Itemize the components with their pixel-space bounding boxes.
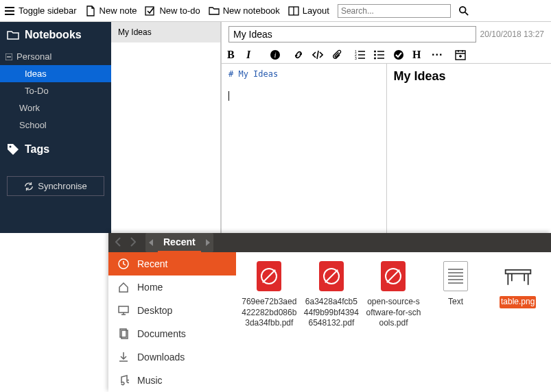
- svg-rect-19: [505, 270, 530, 274]
- sidebar-item-recent[interactable]: Recent: [108, 252, 236, 275]
- checkbox-icon: [145, 5, 156, 16]
- new-note-button[interactable]: New note: [85, 5, 137, 16]
- code-button[interactable]: [312, 49, 323, 60]
- search-input[interactable]: [338, 4, 451, 18]
- svg-point-12: [374, 58, 376, 60]
- file-item[interactable]: open-source-software-for-schools.pdf: [364, 259, 423, 330]
- clock-icon: [118, 258, 129, 269]
- svg-rect-16: [119, 306, 128, 313]
- file-item[interactable]: table.png: [489, 259, 547, 308]
- collapse-icon: [5, 53, 12, 60]
- top-toolbar: Toggle sidebar New note New to-do New no…: [0, 0, 551, 22]
- file-item[interactable]: 6a3428a4fcb544f9b99bf43946548132.pdf: [303, 259, 361, 330]
- preview-pane: My Ideas: [387, 64, 552, 233]
- markdown-editor[interactable]: # My Ideas: [222, 64, 387, 233]
- heading-button[interactable]: H: [412, 49, 423, 60]
- svg-point-13: [394, 50, 403, 60]
- tags-header: Tags: [0, 136, 111, 162]
- attach-button[interactable]: [331, 49, 342, 60]
- breadcrumb-next[interactable]: [201, 239, 213, 246]
- sidebar-item-desktop[interactable]: Desktop: [108, 299, 236, 322]
- bullet-list-button[interactable]: [374, 49, 385, 60]
- sidebar-notebook-work[interactable]: Work: [0, 99, 111, 117]
- nav-forward-button[interactable]: [129, 237, 136, 249]
- note-title-input[interactable]: [228, 26, 476, 42]
- sidebar-notebook-personal[interactable]: Personal: [0, 48, 111, 65]
- layout-label: Layout: [303, 5, 329, 16]
- breadcrumb-bar: Recent: [145, 233, 213, 252]
- editor-toolbar: B I i 123 H ···: [222, 47, 551, 64]
- sidebar-notebook-label: Personal: [16, 51, 51, 62]
- preview-heading: My Ideas: [394, 69, 545, 84]
- layout-button[interactable]: Layout: [288, 5, 329, 16]
- table-image-icon: [503, 260, 533, 293]
- note-list-item[interactable]: My Ideas: [111, 22, 220, 42]
- svg-point-11: [374, 54, 376, 56]
- hamburger-icon: [4, 5, 15, 16]
- music-icon: [118, 375, 129, 386]
- folder-icon: [209, 5, 220, 16]
- sidebar-item-todo[interactable]: To-Do: [0, 82, 111, 99]
- sidebar-item-downloads[interactable]: Downloads: [108, 345, 236, 369]
- sync-button[interactable]: Synchronise: [7, 176, 104, 196]
- picker-sidebar: Recent Home Desktop Documents Downloads …: [108, 252, 236, 392]
- breadcrumb-prev[interactable]: [145, 239, 158, 246]
- sidebar-notebook-school[interactable]: School: [0, 117, 111, 134]
- new-todo-label: New to-do: [159, 5, 200, 16]
- bold-button[interactable]: B: [227, 49, 238, 60]
- file-item[interactable]: Text: [427, 259, 485, 308]
- new-note-label: New note: [99, 5, 137, 16]
- folder-icon: [7, 29, 19, 41]
- breadcrumb-current[interactable]: Recent: [158, 233, 201, 252]
- desktop-icon: [118, 305, 129, 316]
- sidebar-item-documents[interactable]: Documents: [108, 322, 236, 345]
- notebooks-header: Notebooks: [0, 22, 111, 48]
- tag-icon: [7, 143, 19, 156]
- text-cursor: [228, 91, 229, 101]
- svg-point-2: [460, 6, 466, 12]
- picker-header: Recent: [108, 233, 551, 252]
- sidebar-item-ideas[interactable]: Ideas: [0, 65, 111, 82]
- sidebar-item-music[interactable]: Music: [108, 369, 236, 392]
- search-icon: [459, 6, 469, 16]
- sidebar: Notebooks Personal Ideas To-Do Work Scho…: [0, 22, 111, 233]
- svg-point-10: [374, 51, 376, 53]
- italic-button[interactable]: I: [246, 49, 257, 60]
- toggle-sidebar-button[interactable]: Toggle sidebar: [4, 5, 77, 16]
- new-notebook-label: New notebook: [223, 5, 280, 16]
- text-file-icon: [443, 261, 468, 291]
- sync-icon: [24, 182, 34, 191]
- layout-icon: [288, 5, 299, 16]
- new-notebook-button[interactable]: New notebook: [209, 5, 280, 16]
- svg-text:i: i: [274, 51, 276, 59]
- svg-text:3: 3: [355, 56, 357, 60]
- toggle-sidebar-label: Toggle sidebar: [19, 5, 77, 16]
- svg-rect-0: [145, 7, 154, 15]
- pdf-icon: [381, 261, 406, 291]
- ordered-list-button[interactable]: 123: [355, 49, 366, 60]
- file-icon: [85, 5, 96, 16]
- note-date: 20/10/2018 13:27: [480, 29, 544, 39]
- file-picker: Recent Recent Home Desktop Documents: [108, 233, 551, 392]
- svg-point-4: [10, 146, 12, 148]
- nav-back-button[interactable]: [115, 237, 122, 249]
- documents-icon: [118, 328, 129, 339]
- search-button[interactable]: [459, 6, 469, 16]
- checklist-button[interactable]: [393, 49, 404, 60]
- info-button[interactable]: i: [270, 49, 281, 60]
- note-list: My Ideas: [111, 22, 221, 233]
- file-item[interactable]: 769ee72b3aed422282bd086b3da34fbb.pdf: [240, 259, 298, 330]
- link-button[interactable]: [293, 49, 304, 60]
- file-grid: 769ee72b3aed422282bd086b3da34fbb.pdf 6a3…: [236, 252, 551, 392]
- pdf-icon: [319, 261, 344, 291]
- editor: 20/10/2018 13:27 B I i 123 H ···: [221, 22, 551, 233]
- downloads-icon: [118, 352, 129, 363]
- home-icon: [118, 282, 129, 293]
- calendar-button[interactable]: [455, 49, 466, 60]
- sidebar-item-home[interactable]: Home: [108, 275, 236, 299]
- new-todo-button[interactable]: New to-do: [145, 5, 200, 16]
- more-button[interactable]: ···: [432, 49, 443, 60]
- pdf-icon: [257, 261, 281, 291]
